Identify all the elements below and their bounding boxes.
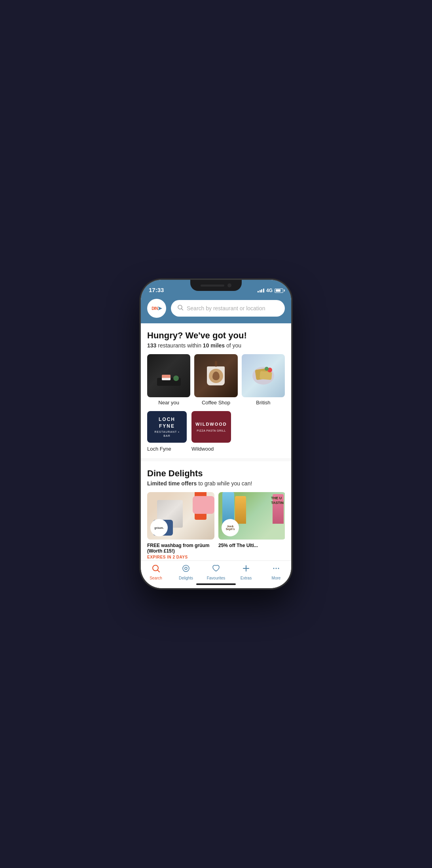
- distance-text: 10 miles: [203, 342, 225, 349]
- delights-subtitle-bold: Limited time offers: [147, 480, 197, 487]
- svg-point-5: [185, 567, 187, 570]
- svg-line-1: [182, 309, 183, 310]
- category-item-near-you[interactable]: Near you: [147, 354, 190, 406]
- wildwood-logo-text: WILDWOOD PIZZA PASTA GRILL: [195, 421, 227, 432]
- category-label-near-you: Near you: [158, 400, 179, 406]
- gruum-card-image: grüum.: [147, 492, 214, 540]
- search-placeholder-text: Search by restaurant or location: [187, 305, 265, 311]
- gruum-expires: EXPIRES IN 2 DAYS: [147, 555, 214, 559]
- battery-fill: [276, 289, 281, 292]
- hero-section: Hungry? We've got you! 133 restaurants w…: [141, 323, 291, 458]
- main-content: Hungry? We've got you! 133 restaurants w…: [141, 323, 291, 568]
- home-indicator: [196, 583, 236, 585]
- category-row: Near you: [147, 354, 285, 406]
- delight-card-gruum[interactable]: grüum. FREE washbag from grüum (Worth £1…: [147, 492, 214, 559]
- brand-item-wildwood[interactable]: WILDWOOD PIZZA PASTA GRILL Wildwood: [191, 411, 231, 452]
- subtitle-end: of you: [226, 342, 241, 349]
- category-item-coffee[interactable]: Coffee Shop: [194, 354, 237, 406]
- phone-shell: 17:33 4G DIN ➤: [141, 280, 291, 588]
- status-network: 4G: [266, 288, 273, 293]
- delight-card-joe[interactable]: THE UTASTIN Joe&Seph's 25% off The Ulti.…: [218, 492, 285, 559]
- svg-point-10: [278, 568, 279, 569]
- gruum-logo: grüum.: [150, 519, 168, 536]
- delights-title: Dine Delights: [147, 468, 285, 479]
- category-label-british: British: [256, 400, 270, 406]
- nav-item-delights[interactable]: Delights: [171, 564, 201, 580]
- nav-label-more: More: [272, 576, 281, 580]
- hero-title: Hungry? We've got you!: [147, 330, 285, 341]
- joe-logo: Joe&Seph's: [222, 519, 239, 536]
- svg-line-3: [158, 570, 160, 572]
- delights-subtitle: Limited time offers to grab while you ca…: [147, 480, 285, 487]
- notch-speaker: [201, 285, 224, 287]
- restaurant-count: 133: [147, 342, 156, 349]
- category-img-coffee: [194, 354, 237, 397]
- gruum-pink-bag: [193, 496, 214, 514]
- gruum-delight-title: FREE washbag from grüum (Worth £15!): [147, 543, 214, 554]
- delights-row: grüum. FREE washbag from grüum (Worth £1…: [147, 492, 285, 559]
- category-label-coffee: Coffee Shop: [202, 400, 230, 406]
- brand-item-lochfyne[interactable]: LOCH FYNE RESTAURANT • BAR Loch Fyne: [147, 411, 187, 452]
- nav-label-search: Search: [150, 576, 162, 580]
- notch: [190, 280, 242, 291]
- nav-item-extras[interactable]: Extras: [231, 564, 261, 580]
- wildwood-brand-name: Wildwood: [191, 446, 231, 452]
- status-icons: 4G: [258, 288, 283, 293]
- battery-icon: [275, 289, 283, 293]
- plus-nav-icon: [242, 564, 250, 575]
- joe-card-image: THE UTASTIN Joe&Seph's: [218, 492, 285, 540]
- more-nav-icon: [272, 564, 280, 575]
- lochfyne-brand-name: Loch Fyne: [147, 446, 187, 452]
- notch-camera: [227, 283, 231, 287]
- app-logo: DIN ➤: [147, 299, 166, 318]
- wildwood-logo: WILDWOOD PIZZA PASTA GRILL: [191, 411, 231, 443]
- nav-item-more[interactable]: More: [261, 564, 291, 580]
- joe-delight-title: 25% off The Ulti...: [218, 543, 285, 548]
- lochfyne-logo-text: LOCH FYNE RESTAURANT • BAR: [151, 416, 183, 438]
- svg-point-8: [273, 568, 275, 569]
- search-icon: [177, 304, 184, 312]
- category-item-british[interactable]: British: [242, 354, 285, 406]
- signal-bars: [258, 289, 264, 292]
- search-bar[interactable]: Search by restaurant or location: [171, 300, 285, 317]
- hero-subtitle: 133 restaurants within 10 miles of you: [147, 342, 285, 349]
- app-header: DIN ➤ Search by restaurant or location: [141, 296, 291, 323]
- brand-row: LOCH FYNE RESTAURANT • BAR Loch Fyne WIL…: [147, 411, 285, 452]
- heart-nav-icon: [212, 564, 220, 575]
- screen: 17:33 4G DIN ➤: [141, 280, 291, 588]
- nav-label-delights: Delights: [179, 576, 193, 580]
- subtitle-text: restaurants within: [158, 342, 201, 349]
- delights-section: Dine Delights Limited time offers to gra…: [141, 461, 291, 566]
- search-nav-icon: [152, 564, 160, 575]
- svg-point-4: [183, 565, 189, 572]
- nav-label-favourites: Favourites: [207, 576, 225, 580]
- nav-item-search[interactable]: Search: [141, 564, 171, 580]
- delights-nav-icon: [182, 564, 190, 575]
- delights-subtitle-rest: to grab while you can!: [198, 480, 252, 487]
- nav-item-favourites[interactable]: Favourites: [201, 564, 231, 580]
- food-decoration-british: [242, 354, 285, 397]
- status-time: 17:33: [149, 287, 164, 293]
- food-decoration-sushi: [147, 354, 190, 397]
- category-img-british: [242, 354, 285, 397]
- food-decoration-coffee: [194, 354, 237, 397]
- lochfyne-logo: LOCH FYNE RESTAURANT • BAR: [147, 411, 187, 443]
- joe-text-overlay: THE UTASTIN: [271, 496, 284, 505]
- nav-label-extras: Extras: [241, 576, 252, 580]
- svg-point-9: [276, 568, 277, 569]
- category-img-near-you: [147, 354, 190, 397]
